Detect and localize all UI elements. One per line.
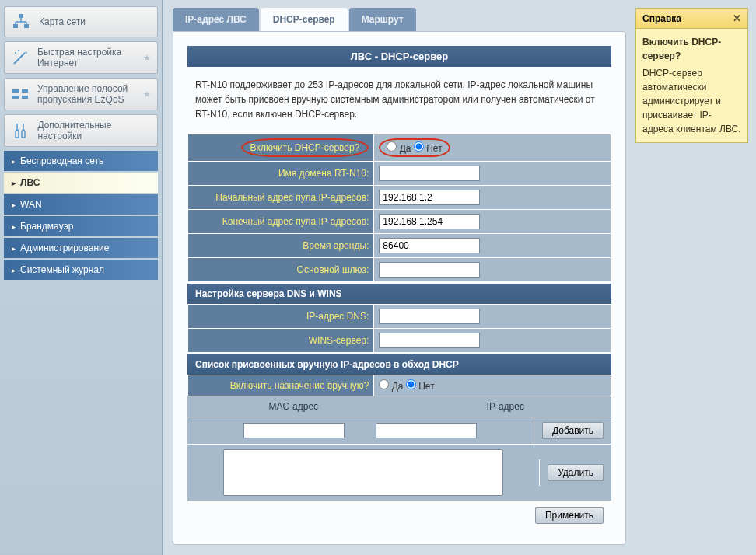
dhcp-form: Включить DHCP-сервер? Да Нет Имя домена … xyxy=(187,134,611,282)
bandwidth-icon xyxy=(11,84,30,104)
submenu-lan[interactable]: ЛВС xyxy=(4,173,158,193)
manual-list[interactable] xyxy=(223,449,503,496)
pool-end-input[interactable] xyxy=(379,214,480,229)
lease-label: Время аренды: xyxy=(188,233,374,257)
menu-quick-setup[interactable]: Быстрая настройка Интернет xyxy=(4,41,158,74)
ip-header: IP-адрес xyxy=(400,396,612,417)
manual-yes-radio[interactable] xyxy=(379,379,389,389)
submenu-wireless[interactable]: Беспроводная сеть xyxy=(4,151,158,171)
enable-manual-label: Включить назначение вручную? xyxy=(188,375,374,396)
dhcp-panel: ЛВС - DHCP-сервер RT-N10 поддерживает до… xyxy=(173,31,626,545)
pool-start-label: Начальный адрес пула IP-адресов: xyxy=(188,185,374,209)
svg-rect-13 xyxy=(22,96,28,99)
tab-lan-ip[interactable]: IP-адрес ЛВС xyxy=(173,8,259,31)
domain-input[interactable] xyxy=(379,166,480,181)
svg-point-8 xyxy=(15,52,16,54)
mac-input[interactable] xyxy=(243,423,345,438)
help-close-button[interactable]: ✕ xyxy=(733,12,741,24)
advanced-submenu: Беспроводная сеть ЛВС WAN Брандмауэр Адм… xyxy=(4,151,158,280)
main-content: IP-адрес ЛВС DHCP-сервер Маршрут ЛВС - D… xyxy=(163,0,756,555)
submenu-firewall[interactable]: Брандмауэр xyxy=(4,216,158,236)
wins-label: WINS-сервер: xyxy=(188,328,374,352)
svg-line-7 xyxy=(14,53,25,64)
tab-dhcp-server[interactable]: DHCP-сервер xyxy=(261,8,348,31)
svg-rect-0 xyxy=(19,14,23,18)
gateway-label: Основной шлюз: xyxy=(188,257,374,281)
lease-input[interactable] xyxy=(379,238,480,253)
dhcp-yes-radio[interactable] xyxy=(387,141,397,152)
magic-wand-icon xyxy=(11,47,30,68)
svg-rect-12 xyxy=(22,89,28,92)
menu-advanced[interactable]: Дополнительные настройки xyxy=(4,114,158,147)
svg-point-9 xyxy=(18,50,19,51)
submenu-wan[interactable]: WAN xyxy=(4,194,158,215)
pool-start-input[interactable] xyxy=(379,190,480,205)
tools-icon xyxy=(11,120,30,141)
add-button[interactable]: Добавить xyxy=(542,422,604,439)
manual-section-title: Список присвоенных вручную IP-адресов в … xyxy=(187,354,611,375)
mac-header: MAC-адрес xyxy=(187,396,400,417)
dhcp-no-radio[interactable] xyxy=(414,141,424,152)
enable-dhcp-label: Включить DHCP-сервер? xyxy=(188,134,374,161)
sidebar: Карта сети Быстрая настройка Интернет Уп… xyxy=(0,0,163,555)
help-text: DHCP-сервер автоматически администрирует… xyxy=(642,68,741,134)
menu-item-label: Карта сети xyxy=(39,16,86,27)
manual-no-radio[interactable] xyxy=(406,379,416,389)
help-panel: Справка ✕ Включить DHCP-сервер? DHCP-сер… xyxy=(635,0,756,555)
tab-route[interactable]: Маршрут xyxy=(349,8,416,31)
apply-button[interactable]: Применить xyxy=(535,507,604,524)
manual-delete-row: Удалить xyxy=(187,444,611,501)
dns-section-title: Настройка сервера DNS и WINS xyxy=(187,284,611,304)
help-heading: Включить DHCP-сервер? xyxy=(642,35,741,63)
dns-input[interactable] xyxy=(379,309,480,324)
network-map-icon xyxy=(11,12,31,32)
manual-column-headers: MAC-адрес IP-адрес xyxy=(187,396,611,417)
panel-description: RT-N10 поддерживает до 253 IP-адресов дл… xyxy=(187,67,611,134)
panel-title: ЛВС - DHCP-сервер xyxy=(187,46,611,67)
menu-item-label: Быстрая настройка Интернет xyxy=(37,47,143,68)
help-content: Включить DHCP-сервер? DHCP-сервер автома… xyxy=(636,29,747,142)
pool-end-label: Конечный адрес пула IP-адресов: xyxy=(188,209,374,233)
gateway-input[interactable] xyxy=(379,262,480,278)
dns-form: IP-адрес DNS: WINS-сервер: xyxy=(187,304,611,353)
dns-label: IP-адрес DNS: xyxy=(188,304,374,328)
menu-item-label: Дополнительные настройки xyxy=(37,120,151,141)
manual-add-row: Добавить xyxy=(187,417,611,444)
menu-item-label: Управление полосой пропускания EzQoS xyxy=(37,83,143,105)
delete-button[interactable]: Удалить xyxy=(548,464,604,481)
svg-rect-10 xyxy=(12,89,19,92)
tab-bar: IP-адрес ЛВС DHCP-сервер Маршрут xyxy=(173,8,626,31)
manual-form: Включить назначение вручную? Да Нет xyxy=(187,375,611,396)
menu-network-map[interactable]: Карта сети xyxy=(4,6,158,37)
enable-dhcp-input: Да Нет xyxy=(374,134,611,161)
domain-label: Имя домена RT-N10: xyxy=(188,161,374,185)
svg-rect-11 xyxy=(12,96,19,99)
help-title: Справка xyxy=(642,13,681,24)
menu-ezqos[interactable]: Управление полосой пропускания EzQoS xyxy=(4,78,158,110)
ip-input[interactable] xyxy=(376,423,477,438)
svg-rect-2 xyxy=(24,24,29,28)
wins-input[interactable] xyxy=(379,333,480,348)
submenu-admin[interactable]: Администрирование xyxy=(4,238,158,258)
svg-rect-1 xyxy=(13,24,18,28)
submenu-syslog[interactable]: Системный журнал xyxy=(4,260,158,280)
